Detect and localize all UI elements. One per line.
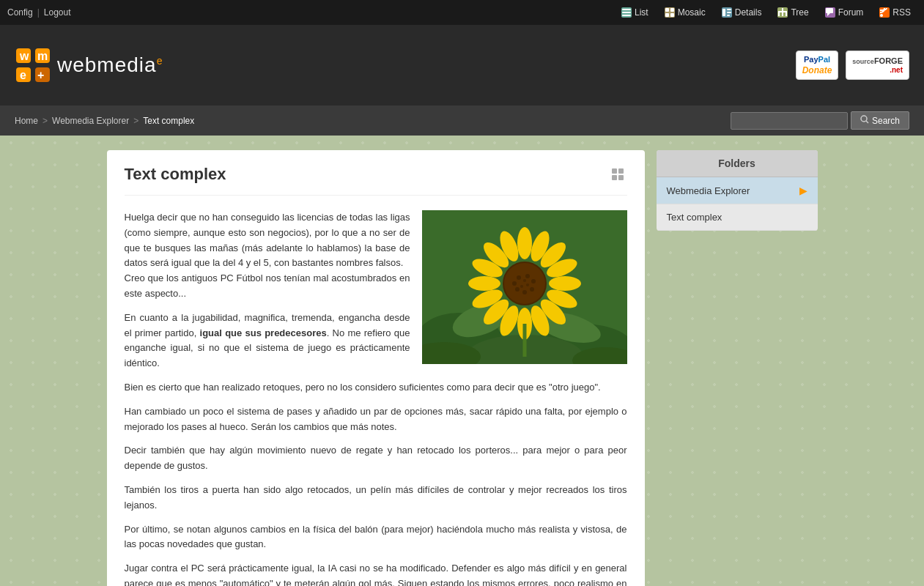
svg-point-60	[530, 287, 534, 292]
nav-separator: |	[37, 7, 40, 18]
svg-rect-10	[727, 15, 730, 16]
tree-icon	[777, 7, 788, 18]
svg-rect-32	[618, 175, 624, 180]
svg-point-43	[549, 276, 581, 291]
nav-details[interactable]: Details	[716, 4, 768, 21]
svg-point-59	[531, 279, 536, 283]
content-para-4: Han cambiado un poco el sistema de pases…	[125, 404, 627, 435]
svg-rect-6	[670, 13, 674, 17]
content-header: Text complex	[125, 165, 627, 196]
breadcrumb: Home > Webmedia Explorer > Text complex	[15, 116, 194, 126]
content-body: Huelga decir que no han conseguido las l…	[125, 210, 627, 586]
svg-rect-16	[826, 8, 833, 13]
svg-point-51	[468, 276, 500, 291]
folder-item-explorer[interactable]: Webmedia Explorer ▶	[657, 177, 818, 204]
svg-point-62	[515, 287, 520, 292]
folder-label-explorer: Webmedia Explorer	[667, 185, 750, 196]
nav-list[interactable]: List	[616, 4, 654, 21]
folder-label-textcomplex: Text complex	[667, 212, 722, 223]
svg-point-58	[525, 274, 530, 278]
forum-icon	[825, 7, 835, 18]
top-nav-right: List Mosaic Details Tree Forum	[616, 4, 917, 21]
main-content-area: Text complex	[92, 136, 832, 586]
svg-rect-2	[622, 15, 631, 16]
logo-sup: e	[157, 55, 163, 67]
folder-arrow-icon: ▶	[799, 185, 807, 196]
svg-rect-11	[782, 8, 783, 11]
paypal-label: PayPal	[804, 55, 830, 64]
svg-point-63	[512, 281, 517, 286]
nav-forum-label: Forum	[838, 7, 864, 18]
nav-forum[interactable]: Forum	[819, 4, 870, 21]
svg-rect-0	[622, 9, 631, 10]
svg-rect-7	[722, 9, 725, 16]
top-navigation: Config | Logout List Mosaic Details	[0, 0, 924, 25]
svg-point-39	[517, 227, 532, 259]
svg-point-65	[526, 283, 529, 286]
svg-rect-31	[612, 175, 617, 180]
search-icon	[860, 115, 869, 126]
logout-link[interactable]: Logout	[44, 7, 71, 18]
breadcrumb-current: Text complex	[143, 116, 194, 126]
nav-rss[interactable]: RSS	[873, 4, 917, 21]
content-para-5: Decir también que hay algún movimiento n…	[125, 443, 627, 474]
content-para-3: Bien es cierto que han realizado retoque…	[125, 380, 627, 396]
nav-tree[interactable]: Tree	[772, 4, 814, 21]
svg-marker-17	[827, 13, 830, 16]
folders-panel: Folders Webmedia Explorer ▶ Text complex	[657, 150, 818, 231]
breadcrumb-sep-2: >	[133, 116, 138, 126]
svg-point-18	[880, 14, 883, 17]
rss-icon	[879, 7, 890, 18]
svg-rect-29	[612, 168, 617, 174]
search-area: Search	[731, 111, 909, 130]
folders-title: Folders	[657, 150, 818, 177]
content-panel: Text complex	[107, 150, 645, 586]
svg-line-28	[866, 121, 868, 123]
header-badges: PayPal Donate sourceFORGE .net	[796, 51, 909, 80]
logo-area: w m e + webmediae	[15, 47, 163, 84]
nav-mosaic[interactable]: Mosaic	[659, 4, 712, 21]
paypal-badge[interactable]: PayPal Donate	[796, 51, 839, 80]
svg-rect-4	[670, 8, 674, 12]
breadcrumb-explorer[interactable]: Webmedia Explorer	[52, 116, 129, 126]
paypal-donate: Donate	[802, 65, 832, 75]
svg-point-61	[522, 290, 527, 294]
logo-text: webmediae	[57, 53, 163, 76]
svg-rect-9	[727, 12, 731, 13]
svg-rect-1	[622, 12, 631, 13]
svg-rect-30	[618, 168, 624, 174]
svg-rect-5	[665, 13, 669, 17]
content-para-7: Por último, se notan algunos cambios en …	[125, 522, 627, 553]
breadcrumb-home[interactable]: Home	[15, 116, 38, 126]
svg-rect-8	[727, 9, 731, 10]
svg-text:e: e	[20, 69, 26, 81]
content-para-6: También los tiros a puerta han sido algo…	[125, 483, 627, 513]
search-input[interactable]	[731, 112, 848, 130]
breadcrumb-bar: Home > Webmedia Explorer > Text complex …	[0, 105, 924, 136]
nav-tree-label: Tree	[791, 7, 808, 18]
site-header: w m e + webmediae PayPal Donate sourceFO…	[0, 25, 924, 105]
folder-item-textcomplex[interactable]: Text complex	[657, 204, 818, 231]
sourceforge-badge[interactable]: sourceFORGE .net	[846, 51, 909, 80]
svg-rect-13	[778, 12, 780, 16]
svg-rect-12	[778, 11, 787, 12]
svg-rect-14	[782, 12, 783, 16]
svg-text:+: +	[37, 69, 44, 81]
svg-text:m: m	[37, 50, 48, 62]
list-icon	[621, 7, 632, 18]
top-nav-left: Config | Logout	[7, 7, 71, 18]
svg-point-56	[504, 263, 545, 304]
search-button[interactable]: Search	[851, 111, 909, 130]
svg-text:w: w	[19, 50, 29, 62]
svg-point-27	[861, 116, 867, 122]
logo-text-area: webmediae	[57, 53, 163, 77]
svg-rect-15	[786, 12, 787, 16]
content-para-8: Jugar contra el PC será prácticamente ig…	[125, 561, 627, 586]
mosaic-icon	[665, 7, 675, 18]
svg-rect-3	[665, 8, 669, 12]
sf-text: sourceFORGE .net	[852, 56, 903, 74]
logo-icon: w m e +	[15, 47, 51, 84]
config-link[interactable]: Config	[7, 7, 33, 18]
nav-list-label: List	[635, 7, 648, 18]
mosaic-view-icon[interactable]	[608, 165, 627, 188]
